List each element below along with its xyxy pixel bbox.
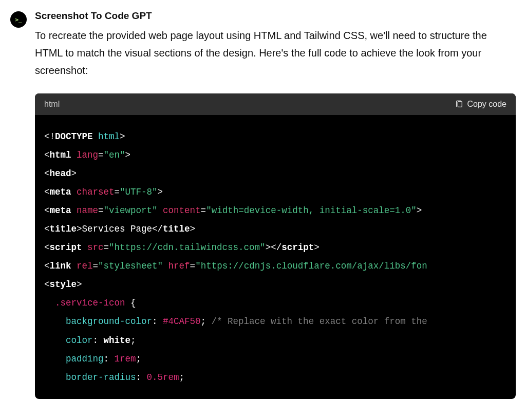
code-token: >: [120, 131, 125, 142]
code-token: #4CAF50: [163, 316, 201, 327]
code-token: <: [44, 205, 50, 216]
code-token: html: [50, 150, 71, 160]
code-token: 0.5rem: [147, 372, 179, 383]
clipboard-icon: [455, 100, 463, 108]
code-body[interactable]: <!DOCTYPE html> <html lang="en"> <head> …: [35, 115, 516, 399]
avatar-text: >_: [15, 16, 22, 23]
code-token: meta: [50, 205, 71, 216]
code-token: [44, 298, 55, 308]
code-token: Services Page: [82, 224, 153, 234]
code-token: </: [152, 224, 163, 234]
code-token: padding: [66, 354, 104, 364]
avatar: >_: [10, 11, 27, 28]
code-token: =: [201, 205, 206, 216]
code-token: 1rem: [115, 354, 136, 364]
code-token: >: [158, 187, 163, 197]
code-token: title: [50, 224, 77, 234]
code-token: =: [98, 205, 104, 216]
copy-code-label: Copy code: [467, 100, 507, 109]
code-language-label: html: [44, 100, 60, 109]
author-name: Screenshot To Code GPT: [35, 10, 516, 22]
code-token: ;: [201, 316, 206, 327]
code-token: <: [44, 242, 50, 253]
code-token: :: [152, 316, 163, 327]
code-token: "UTF-8": [120, 187, 158, 197]
code-token: >: [266, 242, 271, 253]
code-token: content: [158, 205, 201, 216]
code-token: background-color: [66, 316, 152, 327]
assistant-message: >_ Screenshot To Code GPT To recreate th…: [10, 10, 516, 399]
code-token: color: [66, 335, 93, 346]
code-token: title: [163, 224, 190, 234]
code-token: [44, 372, 66, 383]
code-token: <: [44, 279, 50, 290]
message-text: To recreate the provided web page layout…: [35, 27, 516, 79]
code-token: head: [50, 168, 71, 179]
code-token: :: [136, 372, 147, 383]
code-token: >: [125, 150, 131, 160]
code-token: border-radius: [66, 372, 136, 383]
code-token: script: [50, 242, 82, 253]
code-token: "stylesheet": [98, 261, 163, 271]
code-token: >: [71, 168, 77, 179]
svg-rect-0: [458, 102, 462, 107]
code-token: "https://cdn.tailwindcss.com": [109, 242, 266, 253]
code-token: =: [93, 261, 99, 271]
code-token: :: [93, 335, 104, 346]
code-token: src: [82, 242, 104, 253]
code-block: html Copy code <!DOCTYPE html> <html lan…: [35, 93, 516, 399]
code-token: lang: [71, 150, 99, 160]
code-token: link: [50, 261, 71, 271]
code-token: meta: [50, 187, 71, 197]
code-token: rel: [71, 261, 93, 271]
code-token: <: [44, 224, 50, 234]
code-token: =: [98, 150, 104, 160]
code-token: "en": [104, 150, 125, 160]
code-token: <!: [44, 131, 55, 142]
code-token: "width=device-width, initial-scale=1.0": [206, 205, 417, 216]
code-token: {: [125, 298, 136, 308]
code-token: "https://cdnjs.cloudflare.com/ajax/libs/…: [195, 261, 427, 271]
code-token: =: [104, 242, 109, 253]
code-token: script: [281, 242, 314, 253]
code-token: name: [71, 205, 99, 216]
code-token: =: [190, 261, 196, 271]
code-token: /* Replace with the exact color from the: [206, 316, 427, 327]
code-token: >: [77, 224, 82, 234]
code-token: >: [77, 279, 82, 290]
code-token: >: [190, 224, 196, 234]
code-token: white: [104, 335, 131, 346]
code-token: DOCTYPE: [55, 131, 93, 142]
code-token: :: [104, 354, 115, 364]
code-token: style: [50, 279, 77, 290]
code-token: </: [271, 242, 281, 253]
code-token: <: [44, 168, 50, 179]
code-token: >: [314, 242, 320, 253]
copy-code-button[interactable]: Copy code: [455, 100, 507, 109]
code-token: <: [44, 261, 50, 271]
code-token: [44, 335, 66, 346]
code-header: html Copy code: [35, 93, 516, 115]
code-token: [44, 316, 66, 327]
code-token: href: [163, 261, 190, 271]
code-token: "viewport": [104, 205, 158, 216]
code-token: charset: [71, 187, 115, 197]
code-token: ;: [179, 372, 185, 383]
code-token: ;: [130, 335, 136, 346]
code-token: =: [115, 187, 120, 197]
code-token: <: [44, 187, 50, 197]
code-token: html: [93, 131, 120, 142]
code-token: [44, 354, 66, 364]
message-content: Screenshot To Code GPT To recreate the p…: [35, 10, 516, 399]
code-token: ;: [136, 354, 142, 364]
code-token: >: [417, 205, 422, 216]
code-token: <: [44, 150, 50, 160]
code-token: .service-icon: [55, 298, 125, 308]
